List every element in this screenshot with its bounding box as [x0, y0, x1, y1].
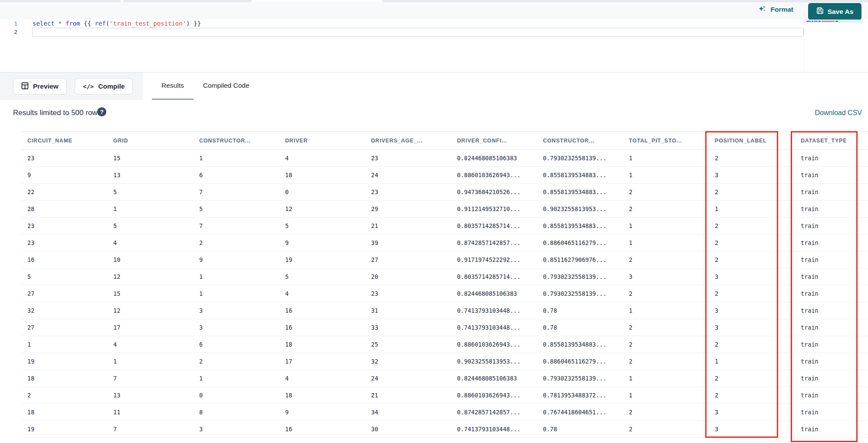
table-cell: 29: [365, 201, 450, 218]
table-cell: 2: [193, 353, 279, 370]
sql-code-editor[interactable]: 1 2 select * from {{ ref('train_test_pos…: [0, 20, 868, 72]
results-table-container: CIRCUIT_NAMEGRIDCONSTRUCTOR...DRIVERDRIV…: [0, 131, 868, 443]
table-row: 2717316330.7413793103448...0.7823train: [21, 319, 868, 336]
table-cell: 5: [193, 201, 279, 218]
tab-compiled-code[interactable]: Compiled Code: [194, 73, 259, 100]
table-cell: 4: [279, 150, 365, 167]
column-header-grid: GRID: [107, 132, 193, 150]
line-number: 1: [0, 20, 17, 28]
table-cell: train: [794, 421, 868, 438]
table-cell: 0.8035714285714...: [450, 268, 536, 285]
table-cell: 7: [193, 184, 279, 201]
table-cell: train: [794, 370, 868, 387]
compile-button[interactable]: </> Compile: [75, 78, 133, 95]
editor-minimap[interactable]: [804, 20, 863, 72]
table-cell: 2: [193, 235, 279, 251]
preview-button-label: Preview: [33, 83, 59, 90]
column-header-total_pit_sto: TOTAL_PIT_STO...: [622, 132, 708, 150]
table-cell: 4: [107, 336, 193, 353]
table-cell: 9: [21, 167, 107, 184]
table-cell: 15: [107, 150, 193, 167]
table-cell: 1: [193, 370, 279, 387]
table-cell: 0.824468085106383: [450, 150, 536, 167]
download-csv-link[interactable]: Download CSV: [815, 109, 862, 117]
save-as-button[interactable]: Save As: [808, 3, 861, 20]
table-row: 22570230.9473684210526...0.8558139534883…: [21, 184, 868, 201]
save-icon: [816, 7, 824, 16]
table-cell: 2: [622, 251, 708, 268]
table-cell: 2: [708, 218, 794, 235]
table-cell: 2: [708, 387, 794, 404]
table-row: 3212316310.7413793103448...0.7813train: [21, 302, 868, 319]
format-button-label: Format: [770, 6, 793, 13]
table-cell: 21: [365, 387, 450, 404]
table-cell: 17: [107, 319, 193, 336]
table-cell: 3: [708, 404, 794, 421]
table-row: 231514230.8244680851063830.7930232558139…: [21, 150, 868, 167]
table-cell: 0.7930232558139...: [536, 268, 622, 285]
table-cell: 0.7413793103448...: [450, 319, 536, 336]
preview-button[interactable]: Preview: [13, 78, 67, 95]
table-cell: 19: [21, 353, 107, 370]
table-cell: 1: [708, 201, 794, 218]
table-cell: 2: [708, 235, 794, 251]
editor-toolbar: Format Save As: [0, 2, 868, 20]
table-cell: 0.8558139534883...: [536, 167, 622, 184]
tab-results[interactable]: Results: [152, 73, 194, 100]
table-cell: 12: [107, 268, 193, 285]
table-row: 281512290.9112149532710...0.902325581395…: [21, 201, 868, 218]
table-row: 1610919270.9171974522292...0.85116279069…: [21, 251, 868, 268]
table-cell: 34: [365, 404, 450, 421]
code-token: }}: [190, 20, 201, 27]
table-cell: train: [794, 285, 868, 302]
table-cell: 1: [622, 387, 708, 404]
table-cell: 32: [365, 353, 450, 370]
column-header-driver: DRIVER: [279, 132, 365, 150]
table-cell: 0.824468085106383: [450, 370, 536, 387]
table-cell: 3: [193, 319, 279, 336]
table-cell: 2: [708, 251, 794, 268]
table-row: 23429390.8742857142857...0.8860465116279…: [21, 235, 868, 251]
table-cell: train: [794, 404, 868, 421]
table-cell: 1: [622, 235, 708, 251]
table-cell: 0.8742857142857...: [450, 404, 536, 421]
table-cell: 0.7413793103448...: [450, 421, 536, 438]
table-cell: 2: [622, 201, 708, 218]
table-row: 23575210.8035714285714...0.8558139534883…: [21, 218, 868, 235]
help-icon[interactable]: ?: [97, 107, 106, 116]
table-cell: 0.8860465116279...: [536, 353, 622, 370]
save-as-button-label: Save As: [828, 8, 854, 16]
table-row: 51215200.8035714285714...0.7930232558139…: [21, 268, 868, 285]
column-header-driver_confi: DRIVER_CONFI...: [450, 132, 536, 150]
table-cell: 0.78: [536, 302, 622, 319]
table-cell: train: [794, 201, 868, 218]
table-cell: 5: [107, 184, 193, 201]
table-cell: train: [794, 184, 868, 201]
table-cell: 0: [279, 184, 365, 201]
table-cell: 2: [708, 150, 794, 167]
minimap-code-line: [804, 20, 863, 23]
table-cell: train: [794, 302, 868, 319]
table-cell: 2: [708, 370, 794, 387]
table-cell: 5: [107, 218, 193, 235]
table-cell: 7: [107, 421, 193, 438]
table-row: 191217320.9023255813953...0.886046511627…: [21, 353, 868, 370]
code-token: [55, 20, 58, 27]
table-cell: 4: [107, 235, 193, 251]
code-token: (: [106, 20, 109, 27]
table-cell: 23: [365, 150, 450, 167]
results-tabs: ResultsCompiled Code: [152, 73, 259, 100]
table-cell: 0.8558139534883...: [536, 184, 622, 201]
table-cell: 3: [708, 268, 794, 285]
format-button[interactable]: Format: [758, 5, 793, 14]
table-cell: 6: [193, 336, 279, 353]
table-cell: 3: [193, 421, 279, 438]
code-token: 'train_test_position': [109, 20, 186, 27]
table-cell: 7: [107, 370, 193, 387]
table-row: 213018210.8860103626943...0.781395348837…: [21, 387, 868, 404]
table-cell: 0.7674418604651...: [536, 404, 622, 421]
code-line-1[interactable]: select * from {{ ref('train_test_positio…: [33, 20, 201, 28]
table-cell: 5: [21, 268, 107, 285]
table-cell: 0: [193, 387, 279, 404]
table-cell: 20: [365, 268, 450, 285]
